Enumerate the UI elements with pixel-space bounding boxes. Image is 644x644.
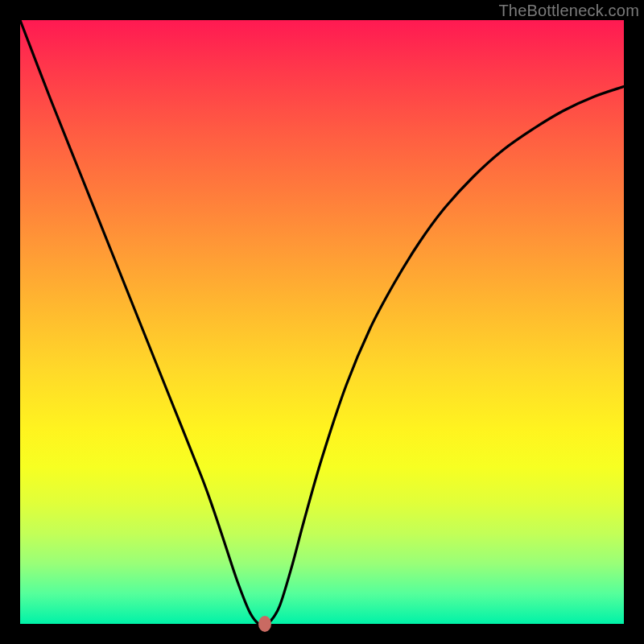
plot-area: [20, 20, 624, 624]
watermark-text: TheBottleneck.com: [498, 2, 639, 20]
chart-frame: TheBottleneck.com: [0, 0, 644, 644]
minimum-marker: [258, 616, 271, 632]
bottleneck-curve: [20, 20, 624, 624]
